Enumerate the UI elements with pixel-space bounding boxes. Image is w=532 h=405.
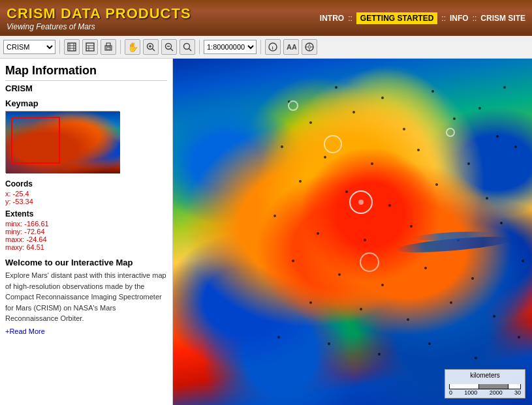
map-dot [450,301,452,304]
keymap-viewport-rect [11,117,60,164]
map-dot [364,239,366,241]
map-dot [453,117,456,120]
map-dot [378,353,381,355]
pan-button[interactable]: ✋ [125,39,140,55]
layer-select[interactable]: CRISM MOLA CTX HiRISE [3,40,55,54]
header: CRISM DATA PRODUCTS Viewing Features of … [0,0,532,36]
crater-feature [360,252,379,272]
sidebar: Map Information CRISM Keymap Coords x: -… [0,59,173,405]
print-button[interactable] [101,39,116,55]
scale-num-2000: 2000 [490,389,503,396]
map-info-title: Map Information [5,64,167,81]
map-dot [467,162,470,165]
coords-title: Coords [5,179,167,188]
overview-button[interactable] [302,39,317,55]
main-content: Map Information CRISM Keymap Coords x: -… [0,59,532,405]
scale-select[interactable]: 1:80000000 1:40000000 1:20000000 1:10000… [204,40,257,54]
scale-nums: 0 1000 2000 30 [449,389,521,396]
nav-intro[interactable]: INTRO [320,14,344,23]
coord-y: y: -53.34 [5,198,167,205]
map-dot [428,342,431,345]
map-dot [324,156,326,158]
map-dot [403,128,405,130]
map-dot [407,318,409,321]
map-dot [435,183,438,186]
map-dot [360,308,362,310]
header-left: CRISM DATA PRODUCTS Viewing Features of … [7,5,191,31]
svg-rect-5 [86,43,94,51]
header-nav: INTRO :: GETTING STARTED :: INFO :: CRIS… [320,12,525,24]
map-dot [292,260,294,262]
svg-text:AA: AA [287,43,296,51]
map-dot [493,315,495,318]
crater-feature [288,100,298,111]
toolbar-separator-3 [199,40,200,54]
map-dot [518,336,520,338]
mars-map[interactable] [173,59,532,405]
map-dot [496,135,499,138]
map-dot [478,107,481,110]
extent-minx: minx: -166.61 [5,220,167,228]
map-dot [417,149,420,151]
map-dot [352,111,355,113]
site-subtitle: Viewing Features of Mars [7,22,191,31]
crater-feature [446,128,455,137]
extent-miny: miny: -72.64 [5,228,167,235]
read-more-link[interactable]: +Read More [5,327,45,335]
svg-point-20 [184,44,190,50]
svg-line-21 [189,48,191,51]
map-dot [503,86,506,89]
keymap-label: Keymap [5,98,167,108]
map-dot [345,190,348,193]
extent-maxy: maxy: 64.51 [5,243,167,251]
map-dot [486,197,488,200]
toolbar-separator-1 [59,40,60,54]
coord-x: x: -25.4 [5,190,167,198]
scale-bar-ruler [449,380,521,389]
map-dot [281,145,283,148]
svg-text:i: i [272,45,274,51]
welcome-title: Welcome to our Interactive Map [5,258,167,267]
table-view-button[interactable] [82,39,98,55]
scale-num-0: 0 [449,389,452,396]
crism-label: CRISM [5,83,167,93]
map-dot [274,215,276,217]
map-dot [309,301,312,304]
map-area[interactable]: kilometers 0 1000 2000 30 [173,59,532,405]
keymap-image [6,112,120,173]
map-dot [410,225,413,228]
zoom-full-button[interactable] [180,39,195,55]
toolbar: CRISM MOLA CTX HiRISE ✋ 1:80000000 1:400… [0,36,532,59]
map-dot [471,277,474,280]
crater-feature [324,135,342,153]
nav-info[interactable]: INFO [450,14,469,23]
identify-button[interactable]: i [265,39,281,55]
coords-section: Coords x: -25.4 y: -53.34 [5,179,167,205]
svg-point-26 [308,46,311,48]
scale-num-30: 30 [514,389,521,396]
zoom-in-button[interactable] [143,39,159,55]
nav-sep1: :: [348,14,352,23]
svg-line-18 [170,48,173,51]
scale-seg-1 [449,384,478,389]
map-dot [500,222,503,224]
map-dot [381,97,384,99]
map-dot [431,90,434,93]
map-dot [514,145,517,148]
zoom-out-button[interactable] [161,39,177,55]
map-dot [317,232,319,235]
nav-sep2: :: [441,14,446,23]
scale-bar-label: kilometers [449,372,521,379]
map-dot [424,267,427,269]
nav-crism-site[interactable]: CRISM SITE [480,14,525,23]
welcome-section: Welcome to our Interactive Map Explore M… [5,258,167,336]
measure-button[interactable]: AA [283,39,299,55]
svg-rect-0 [68,43,76,51]
map-dot [335,86,337,89]
keymap-container[interactable] [5,111,119,173]
scale-bar: kilometers 0 1000 2000 30 [445,369,525,398]
toolbar-separator-4 [260,40,261,54]
fullextent-button[interactable] [64,39,80,55]
nav-getting-started[interactable]: GETTING STARTED [356,12,437,24]
extents-section: Extents minx: -166.61 miny: -72.64 maxx:… [5,209,167,251]
